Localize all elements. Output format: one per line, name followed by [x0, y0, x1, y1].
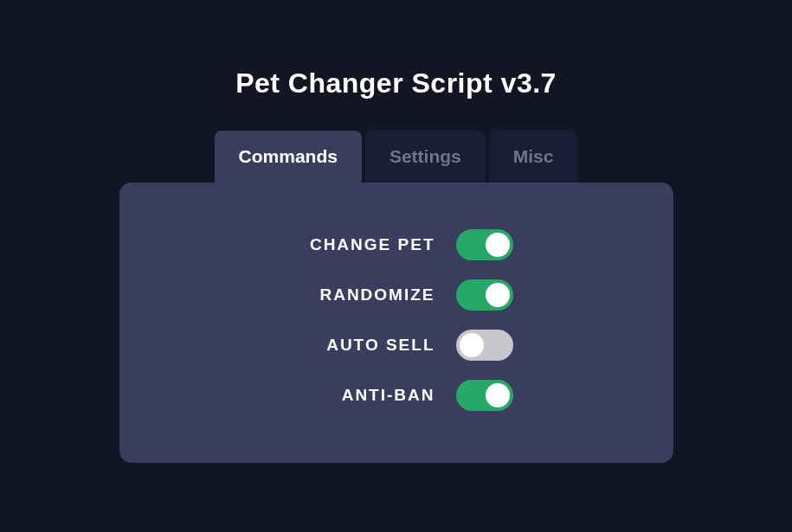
toggle-knob [486, 233, 510, 257]
toggle-knob [460, 333, 484, 357]
option-row-anti-ban: ANTI-BAN [171, 380, 621, 411]
tab-misc[interactable]: Misc [489, 131, 578, 183]
toggle-change-pet[interactable] [456, 229, 513, 260]
option-row-change-pet: CHANGE PET [171, 229, 621, 260]
tab-commands[interactable]: Commands [215, 131, 362, 183]
tab-bar: Commands Settings Misc [213, 131, 580, 183]
settings-panel: CHANGE PET RANDOMIZE AUTO SELL ANTI-BAN [119, 183, 673, 463]
tab-settings[interactable]: Settings [365, 131, 486, 183]
option-label: RANDOMIZE [280, 285, 435, 304]
toggle-knob [486, 383, 510, 407]
option-label: CHANGE PET [280, 235, 435, 254]
option-label: ANTI-BAN [280, 386, 435, 405]
toggle-auto-sell[interactable] [456, 330, 513, 361]
option-row-auto-sell: AUTO SELL [171, 330, 621, 361]
toggle-anti-ban[interactable] [456, 380, 513, 411]
toggle-knob [486, 283, 510, 307]
toggle-randomize[interactable] [456, 279, 513, 311]
option-label: AUTO SELL [280, 336, 435, 355]
page-title: Pet Changer Script v3.7 [235, 67, 557, 99]
option-row-randomize: RANDOMIZE [171, 279, 621, 311]
